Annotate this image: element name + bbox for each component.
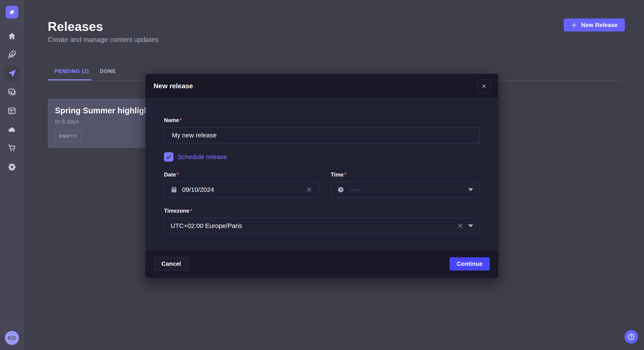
close-icon: [481, 83, 487, 89]
date-time-row: Date* 09/10/2024 Time*: [164, 172, 480, 198]
schedule-checkbox[interactable]: [164, 152, 173, 162]
calendar-icon: [170, 186, 178, 193]
modal-title: New release: [154, 82, 193, 90]
schedule-checkbox-label: Schedule release: [178, 153, 227, 161]
time-placeholder: --:--: [349, 186, 361, 193]
modal-close-button[interactable]: [478, 80, 491, 93]
time-field-group: Time* --:--: [331, 172, 480, 198]
required-marker: *: [176, 172, 179, 178]
modal-header: New release: [146, 74, 498, 98]
clock-icon: [337, 186, 344, 193]
schedule-release-toggle[interactable]: Schedule release: [164, 152, 480, 162]
required-marker: *: [190, 207, 192, 214]
date-value: 09/10/2024: [182, 186, 214, 193]
timezone-field-label: Timezone*: [164, 207, 480, 214]
checkmark-icon: [166, 154, 172, 160]
timezone-label-text: Timezone: [164, 207, 189, 214]
name-field-group: Name*: [164, 117, 480, 143]
date-picker[interactable]: 09/10/2024: [164, 181, 319, 198]
timezone-select[interactable]: UTC+02:00 Europe/Paris: [164, 218, 480, 234]
date-field-label: Date*: [164, 172, 319, 178]
modal-body: Name* Schedule release Date*: [146, 99, 498, 234]
name-input[interactable]: [164, 127, 480, 143]
timezone-value: UTC+02:00 Europe/Paris: [170, 222, 242, 229]
cancel-button[interactable]: Cancel: [154, 257, 188, 270]
name-label-text: Name: [164, 117, 179, 123]
continue-button[interactable]: Continue: [450, 257, 490, 270]
new-release-modal: New release Name* Schedule release: [146, 74, 498, 278]
date-label-text: Date: [164, 172, 176, 178]
time-field-label: Time*: [331, 172, 480, 178]
name-field-label: Name*: [164, 117, 480, 124]
time-picker[interactable]: --:--: [331, 181, 480, 198]
chevron-down-icon[interactable]: [468, 188, 473, 191]
modal-footer: Cancel Continue: [146, 250, 498, 278]
required-marker: *: [344, 172, 346, 178]
time-label-text: Time: [331, 172, 344, 178]
timezone-field-group: Timezone* UTC+02:00 Europe/Paris: [164, 207, 480, 234]
clear-date-icon[interactable]: [306, 186, 312, 193]
date-field-group: Date* 09/10/2024: [164, 172, 319, 198]
required-marker: *: [180, 117, 182, 123]
chevron-down-icon[interactable]: [468, 224, 473, 227]
clear-timezone-icon[interactable]: [457, 223, 464, 229]
